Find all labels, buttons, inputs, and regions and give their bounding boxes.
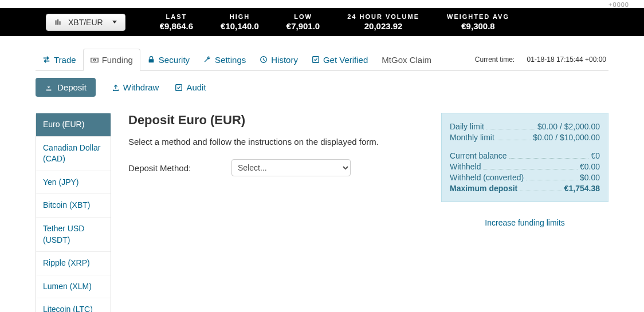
svg-point-4 xyxy=(93,59,96,61)
sidebar-item-usdt[interactable]: Tether USD (USDT) xyxy=(36,218,111,252)
stats-row: LAST €9,864.6 HIGH €10,140.0 LOW €7,901.… xyxy=(160,13,509,31)
stat-high: HIGH €10,140.0 xyxy=(221,13,259,31)
balance-row: Withheld€0.00 xyxy=(450,162,600,171)
balance-row: Current balance€0 xyxy=(450,151,600,160)
svg-rect-3 xyxy=(91,58,98,62)
svg-rect-2 xyxy=(60,21,61,25)
wrench-icon xyxy=(203,56,211,64)
instructions: Select a method and follow the instructi… xyxy=(128,137,424,147)
sidebar-item-xbt[interactable]: Bitcoin (XBT) xyxy=(36,194,111,218)
currency-sidebar: Euro (EUR) Canadian Dollar (CAD) Yen (JP… xyxy=(36,113,111,312)
subtab-deposit[interactable]: Deposit xyxy=(36,78,96,97)
clock-icon xyxy=(260,56,268,64)
tab-settings[interactable]: Settings xyxy=(197,49,253,70)
tab-security[interactable]: Security xyxy=(140,49,197,70)
pair-selector[interactable]: XBT/EUR xyxy=(46,14,125,31)
lock-icon xyxy=(147,56,155,64)
funding-subtabs: Deposit Withdraw Audit xyxy=(36,78,608,97)
limits-panel: Daily limit$0.00 / $2,000.00 Monthly lim… xyxy=(441,113,608,312)
cash-icon xyxy=(91,56,99,64)
offset-indicator: +0000 xyxy=(0,0,644,8)
main-tabs: Trade Funding Security Settings History … xyxy=(36,49,608,71)
limits-box: Daily limit$0.00 / $2,000.00 Monthly lim… xyxy=(441,113,608,202)
page-title: Deposit Euro (EUR) xyxy=(128,113,424,128)
main-panel: Deposit Euro (EUR) Select a method and f… xyxy=(128,113,424,312)
bars-icon xyxy=(54,18,62,26)
sidebar-item-xlm[interactable]: Lumen (XLM) xyxy=(36,275,111,299)
sidebar-item-ltc[interactable]: Litecoin (LTC) xyxy=(36,298,111,312)
balance-row: Withheld (converted)$0.00 xyxy=(450,173,600,182)
svg-rect-0 xyxy=(56,20,57,25)
max-deposit-row: Maximum deposit€1,754.38 xyxy=(450,184,600,193)
deposit-method-select[interactable]: Select... xyxy=(231,159,351,176)
subtab-withdraw[interactable]: Withdraw xyxy=(112,82,159,92)
transfer-icon xyxy=(42,56,50,64)
increase-limits-link[interactable]: Increase funding limits xyxy=(441,218,608,227)
method-label: Deposit Method: xyxy=(128,163,220,173)
current-time: Current time: 01-18-18 17:15:44 +00:00 xyxy=(475,56,608,64)
download-icon xyxy=(45,84,53,92)
stat-weighted-avg: WEIGHTED AVG €9,300.8 xyxy=(447,13,509,31)
ticker-bar: XBT/EUR LAST €9,864.6 HIGH €10,140.0 LOW… xyxy=(0,8,644,36)
stat-volume: 24 HOUR VOLUME 20,023.92 xyxy=(347,13,419,31)
stat-low: LOW €7,901.0 xyxy=(286,13,320,31)
limit-row: Daily limit$0.00 / $2,000.00 xyxy=(450,122,600,131)
tab-trade[interactable]: Trade xyxy=(36,49,83,70)
subtab-audit[interactable]: Audit xyxy=(175,82,206,92)
tab-history[interactable]: History xyxy=(253,49,305,70)
tab-mtgox[interactable]: MtGox Claim xyxy=(375,49,438,70)
check-box-icon xyxy=(175,84,183,92)
tab-funding[interactable]: Funding xyxy=(83,49,140,71)
limit-row: Monthly limit$0.00 / $10,000.00 xyxy=(450,133,600,142)
stat-last: LAST €9,864.6 xyxy=(160,13,193,31)
svg-rect-5 xyxy=(148,59,154,62)
sidebar-item-jpy[interactable]: Yen (JPY) xyxy=(36,171,111,195)
sidebar-item-eur[interactable]: Euro (EUR) xyxy=(36,113,111,137)
caret-down-icon xyxy=(112,21,117,23)
sidebar-item-cad[interactable]: Canadian Dollar (CAD) xyxy=(36,137,111,171)
svg-rect-1 xyxy=(57,19,58,25)
share-icon xyxy=(112,84,120,92)
sidebar-item-xrp[interactable]: Ripple (XRP) xyxy=(36,252,111,275)
tab-get-verified[interactable]: Get Verified xyxy=(305,49,375,70)
pair-label: XBT/EUR xyxy=(68,18,103,27)
check-box-icon xyxy=(312,56,320,64)
